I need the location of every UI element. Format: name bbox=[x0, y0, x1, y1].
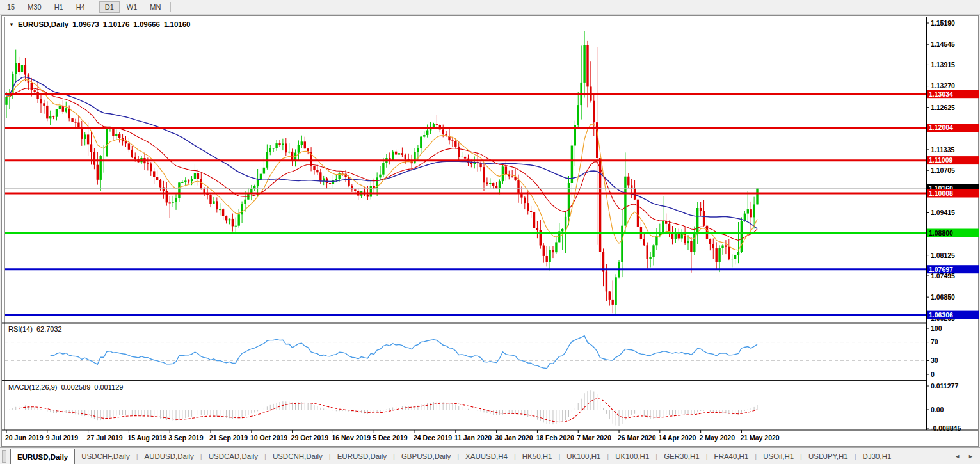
ohlc-high: 1.10176 bbox=[103, 20, 130, 28]
svg-text:30: 30 bbox=[931, 356, 938, 364]
svg-text:0.011277: 0.011277 bbox=[931, 382, 958, 390]
chart-tab-bar: EURUSD,DailyUSDCHF,Daily|AUDUSD,Daily|US… bbox=[0, 447, 980, 464]
svg-text:100: 100 bbox=[931, 324, 942, 332]
chart-tab-dj30-h1[interactable]: DJ30,H1 bbox=[856, 450, 898, 463]
macd-signal-value: 0.001129 bbox=[94, 383, 123, 391]
svg-text:27 Jul 2019: 27 Jul 2019 bbox=[87, 434, 123, 442]
chart-canvas[interactable]: 1.151901.145451.139151.132701.126251.113… bbox=[0, 0, 980, 464]
macd-main-value: 0.002589 bbox=[61, 383, 90, 391]
chart-tab-usdjpy-h1[interactable]: USDJPY,H1 bbox=[802, 450, 855, 463]
svg-text:21 May 2020: 21 May 2020 bbox=[740, 434, 779, 442]
svg-text:1.10008: 1.10008 bbox=[929, 189, 953, 197]
svg-text:0.00: 0.00 bbox=[931, 406, 944, 413]
svg-text:10 Oct 2019: 10 Oct 2019 bbox=[250, 434, 288, 442]
timeframe-button-m30[interactable]: M30 bbox=[22, 1, 47, 13]
chart-tab-xauusd-h4[interactable]: XAUUSD,H4 bbox=[459, 450, 514, 463]
macd-name: MACD(12,26,9) bbox=[8, 383, 57, 391]
svg-text:1.13034: 1.13034 bbox=[929, 90, 953, 98]
svg-text:1.08800: 1.08800 bbox=[929, 229, 953, 237]
svg-text:-0.008845: -0.008845 bbox=[931, 424, 961, 432]
chart-tab-gbpusd-daily[interactable]: GBPUSD,Daily bbox=[395, 450, 457, 463]
chart-tab-usoil-h1[interactable]: USOil,H1 bbox=[757, 450, 800, 463]
ohlc-low: 1.09666 bbox=[133, 20, 160, 28]
svg-text:16 Nov 2019: 16 Nov 2019 bbox=[332, 434, 371, 442]
rsi-value: 62.7032 bbox=[36, 325, 62, 333]
toolbar-separator bbox=[95, 2, 95, 12]
svg-text:1.13270: 1.13270 bbox=[931, 82, 955, 90]
svg-text:26 Mar 2020: 26 Mar 2020 bbox=[618, 434, 656, 442]
tab-scroll-right-icon[interactable]: ► bbox=[968, 453, 974, 460]
svg-text:1.07697: 1.07697 bbox=[929, 266, 953, 273]
svg-text:9 Jul 2019: 9 Jul 2019 bbox=[46, 434, 78, 442]
svg-text:11 Jan 2020: 11 Jan 2020 bbox=[454, 434, 492, 442]
svg-text:2 May 2020: 2 May 2020 bbox=[700, 434, 735, 442]
svg-text:20 Jun 2019: 20 Jun 2019 bbox=[5, 434, 44, 442]
macd-label: MACD(12,26,9) 0.002589 0.001129 bbox=[8, 383, 123, 391]
svg-text:24 Dec 2019: 24 Dec 2019 bbox=[414, 434, 452, 442]
svg-text:1.12625: 1.12625 bbox=[931, 104, 955, 111]
timeframe-toolbar: 15M30H1H4D1W1MN bbox=[0, 0, 980, 15]
svg-text:21 Sep 2019: 21 Sep 2019 bbox=[209, 434, 248, 442]
ohlc-close: 1.10160 bbox=[164, 20, 191, 28]
svg-text:0: 0 bbox=[931, 371, 935, 378]
chart-tab-hk50-h1[interactable]: HK50,H1 bbox=[516, 450, 559, 463]
svg-text:1.14545: 1.14545 bbox=[931, 40, 955, 48]
svg-text:1.12004: 1.12004 bbox=[929, 124, 953, 131]
toolbar-separator bbox=[170, 2, 171, 12]
ohlc-open: 1.09673 bbox=[72, 20, 99, 28]
svg-text:14 Apr 2020: 14 Apr 2020 bbox=[659, 434, 696, 442]
chart-tab-eurusd-daily[interactable]: EURUSD,Daily bbox=[331, 450, 393, 463]
svg-text:1.06850: 1.06850 bbox=[931, 293, 955, 301]
svg-text:1.15190: 1.15190 bbox=[931, 19, 955, 27]
svg-text:29 Oct 2019: 29 Oct 2019 bbox=[291, 434, 329, 442]
chart-tab-fra40-h1[interactable]: FRA40,H1 bbox=[708, 450, 755, 463]
chart-tab-ger30-h1[interactable]: GER30,H1 bbox=[657, 450, 706, 463]
timeframe-button-mn[interactable]: MN bbox=[144, 1, 166, 13]
tab-scroll-nav: ◄► bbox=[954, 453, 974, 460]
tabbar-splitter[interactable] bbox=[2, 450, 6, 463]
chart-symbol-label: EURUSD,Daily bbox=[18, 20, 68, 28]
chart-title: ▼ EURUSD,Daily 1.09673 1.10176 1.09666 1… bbox=[9, 20, 190, 28]
chart-tab-usdcnh-daily[interactable]: USDCNH,Daily bbox=[266, 450, 329, 463]
chart-tab-eurusd-daily[interactable]: EURUSD,Daily bbox=[10, 449, 75, 464]
svg-text:1.11009: 1.11009 bbox=[929, 156, 953, 164]
chart-tab-audusd-daily[interactable]: AUDUSD,Daily bbox=[138, 450, 200, 463]
svg-text:1.13915: 1.13915 bbox=[931, 61, 955, 68]
chart-tab-uk100-h1[interactable]: UK100,H1 bbox=[560, 450, 607, 463]
svg-text:1.06306: 1.06306 bbox=[929, 311, 953, 319]
chart-tab-usdchf-daily[interactable]: USDCHF,Daily bbox=[75, 450, 136, 463]
chart-window-frame bbox=[1, 15, 979, 447]
svg-text:3 Sep 2019: 3 Sep 2019 bbox=[168, 434, 203, 442]
rsi-label: RSI(14) 62.7032 bbox=[8, 325, 62, 333]
svg-text:1.11335: 1.11335 bbox=[931, 146, 955, 154]
svg-text:1.08125: 1.08125 bbox=[931, 252, 955, 259]
chart-dropdown-arrow[interactable]: ▼ bbox=[9, 22, 14, 28]
tab-scroll-left-icon[interactable]: ◄ bbox=[954, 453, 960, 460]
timeframe-button-h1[interactable]: H1 bbox=[49, 1, 69, 13]
chart-tab-uk100-h1[interactable]: UK100,H1 bbox=[609, 450, 655, 463]
svg-text:7 Mar 2020: 7 Mar 2020 bbox=[577, 434, 611, 442]
svg-text:70: 70 bbox=[931, 338, 938, 346]
chart-tab-usdcad-daily[interactable]: USDCAD,Daily bbox=[202, 450, 264, 463]
timeframe-button-d1[interactable]: D1 bbox=[99, 1, 120, 13]
timeframe-button-w1[interactable]: W1 bbox=[121, 1, 143, 13]
svg-text:1.09415: 1.09415 bbox=[931, 209, 955, 216]
svg-text:18 Feb 2020: 18 Feb 2020 bbox=[536, 434, 574, 442]
timeframe-button-h4[interactable]: H4 bbox=[70, 1, 91, 13]
timeframe-button-15[interactable]: 15 bbox=[1, 1, 20, 13]
svg-text:30 Jan 2020: 30 Jan 2020 bbox=[495, 434, 533, 442]
svg-text:5 Dec 2019: 5 Dec 2019 bbox=[373, 434, 407, 442]
svg-text:1.10705: 1.10705 bbox=[931, 166, 955, 174]
svg-text:15 Aug 2019: 15 Aug 2019 bbox=[127, 434, 166, 442]
rsi-name: RSI(14) bbox=[8, 325, 33, 333]
